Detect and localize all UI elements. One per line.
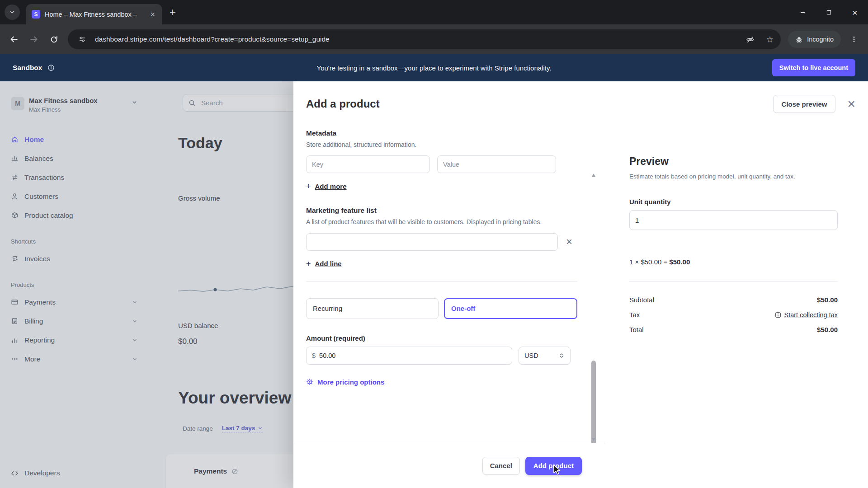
new-tab-button[interactable]: + — [165, 5, 180, 19]
url-bar[interactable]: dashboard.stripe.com/test/dashboard?crea… — [68, 29, 781, 49]
start-collecting-tax-link[interactable]: Start collecting tax — [775, 311, 838, 319]
more-pricing-options-label: More pricing options — [317, 378, 384, 386]
tab-search-button[interactable] — [5, 5, 20, 20]
bookmark-star-icon[interactable]: ☆ — [763, 32, 777, 47]
total-row: Total $50.00 — [629, 322, 838, 337]
marketing-feature-section: Marketing feature list A list of product… — [306, 206, 577, 267]
browser-tab-strip: S Home – Max Fitness sandbox – × + × — [0, 0, 868, 24]
tab-close-icon[interactable]: × — [149, 10, 156, 19]
modal-form-scroll: Metadata Store additional, structured in… — [306, 127, 577, 443]
unit-quantity-label: Unit quantity — [629, 198, 838, 206]
chevron-down-icon — [9, 9, 15, 15]
stripe-favicon-icon: S — [32, 10, 40, 19]
marketing-feature-row: × — [306, 233, 577, 251]
preview-calculation: 1 × $50.00 = $50.00 — [629, 258, 838, 266]
start-collecting-tax-label: Start collecting tax — [784, 311, 838, 319]
sandbox-message: You're testing in a sandbox—your place t… — [317, 64, 552, 72]
metadata-description: Store additional, structured information… — [306, 140, 559, 149]
scroll-down-arrow-icon[interactable] — [592, 438, 595, 441]
tax-row: Tax Start collecting tax — [629, 307, 838, 322]
pricing-model-toggle: Recurring One-off — [306, 298, 577, 319]
currency-select[interactable]: USD — [519, 347, 571, 365]
metadata-value-input[interactable] — [443, 161, 550, 168]
remove-line-icon[interactable]: × — [566, 236, 572, 247]
reload-icon — [50, 35, 58, 44]
content-area: M Max Fitness sandbox Max Fitness Home B… — [0, 81, 868, 488]
metadata-key-input[interactable] — [312, 161, 424, 168]
minimize-icon — [800, 9, 806, 15]
currency-symbol: $ — [312, 352, 316, 359]
forward-button[interactable] — [24, 30, 43, 49]
marketing-feature-input[interactable] — [312, 238, 552, 245]
amount-input[interactable] — [319, 352, 506, 359]
metadata-kv-row — [306, 155, 577, 173]
total-label: Total — [629, 326, 644, 333]
url-text[interactable]: dashboard.stripe.com/test/dashboard?crea… — [95, 35, 737, 43]
screen: S Home – Max Fitness sandbox – × + × — [0, 0, 868, 488]
info-icon[interactable] — [47, 64, 55, 71]
close-icon[interactable]: × — [847, 97, 855, 111]
subtotal-row: Subtotal $50.00 — [629, 292, 838, 307]
preview-pane: Preview Estimate totals based on pricing… — [629, 81, 838, 337]
reload-button[interactable] — [44, 30, 63, 49]
currency-value: USD — [524, 352, 538, 359]
incognito-badge: Incognito — [788, 31, 841, 48]
preview-description: Estimate totals based on pricing model, … — [629, 173, 838, 180]
marketing-description: A list of product features that will be … — [306, 217, 559, 226]
browser-menu-button[interactable] — [844, 30, 863, 49]
marketing-heading: Marketing feature list — [306, 206, 577, 215]
sandbox-label: Sandbox — [13, 64, 42, 72]
amount-row: $ USD — [306, 347, 577, 365]
form-divider — [306, 282, 577, 282]
subtotal-label: Subtotal — [629, 296, 654, 304]
maximize-icon — [826, 9, 832, 15]
window-maximize-button[interactable] — [816, 0, 842, 24]
kebab-menu-icon — [850, 36, 858, 43]
amount-label: Amount (required) — [306, 334, 577, 342]
add-more-label: Add more — [315, 183, 347, 190]
unit-quantity-input[interactable] — [635, 216, 832, 224]
preview-divider — [629, 281, 838, 282]
add-more-button[interactable]: + Add more — [306, 182, 347, 190]
metadata-key-field[interactable] — [306, 155, 430, 173]
add-line-button[interactable]: + Add line — [306, 260, 342, 268]
plus-icon: + — [306, 182, 311, 190]
window-close-button[interactable]: × — [842, 0, 868, 24]
info-icon — [775, 312, 781, 318]
amount-field[interactable]: $ — [306, 347, 512, 365]
site-info-icon[interactable] — [75, 32, 90, 47]
cancel-button[interactable]: Cancel — [482, 457, 520, 475]
gear-icon — [306, 378, 313, 385]
modal-form-pane: Metadata Store additional, structured in… — [293, 127, 605, 488]
metadata-value-field[interactable] — [437, 155, 556, 173]
sandbox-banner: Sandbox You're testing in a sandbox—your… — [0, 54, 868, 81]
tax-label: Tax — [629, 311, 640, 319]
window-minimize-button[interactable] — [789, 0, 816, 24]
modal-footer: Cancel Add product — [293, 443, 605, 488]
tab-title: Home – Max Fitness sandbox – — [45, 11, 144, 18]
forward-icon — [29, 35, 38, 44]
scroll-up-arrow-icon[interactable] — [592, 174, 595, 177]
preview-totals: Subtotal $50.00 Tax Start collecting tax — [629, 292, 838, 337]
metadata-heading: Metadata — [306, 129, 577, 137]
incognito-label: Incognito — [807, 36, 834, 43]
one-off-option[interactable]: One-off — [444, 298, 577, 319]
subtotal-value: $50.00 — [817, 296, 838, 304]
switch-to-live-button[interactable]: Switch to live account — [772, 59, 855, 76]
add-product-button[interactable]: Add product — [525, 457, 582, 475]
unit-quantity-field[interactable] — [629, 210, 838, 230]
plus-icon: + — [306, 260, 311, 268]
back-button[interactable] — [5, 30, 24, 49]
select-stepper-icon — [558, 352, 565, 359]
eye-off-icon[interactable] — [743, 32, 757, 47]
preview-heading: Preview — [629, 155, 838, 168]
marketing-feature-field[interactable] — [306, 233, 558, 251]
recurring-option[interactable]: Recurring — [306, 298, 439, 319]
more-pricing-options-link[interactable]: More pricing options — [306, 378, 384, 386]
form-scrollbar[interactable] — [591, 174, 596, 441]
browser-tab[interactable]: S Home – Max Fitness sandbox – × — [26, 4, 162, 24]
calc-total: $50.00 — [669, 258, 690, 266]
browser-toolbar: dashboard.stripe.com/test/dashboard?crea… — [0, 24, 868, 54]
add-product-modal: Add a product Close preview × Metadata S… — [293, 81, 868, 488]
add-line-label: Add line — [315, 260, 342, 267]
